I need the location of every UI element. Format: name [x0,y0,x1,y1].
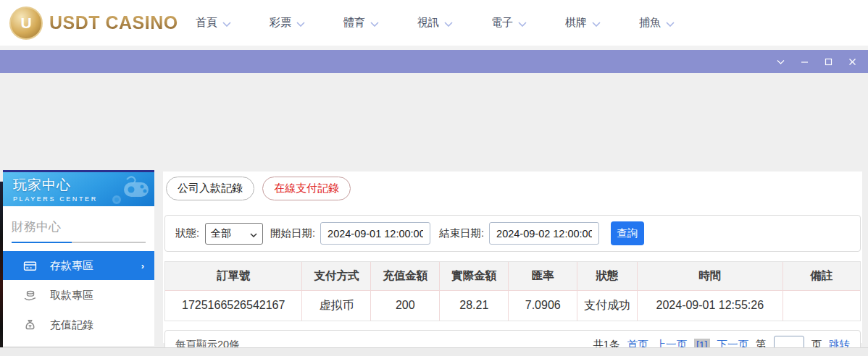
nav-item-lottery[interactable]: 彩票 [270,16,305,30]
nav-item-home[interactable]: 首頁 [196,16,231,30]
collapse-chevron-icon[interactable] [775,56,786,67]
nav-label: 棋牌 [565,16,587,30]
col-order-number: 訂單號 [165,262,302,290]
money-bag-icon [23,318,37,332]
sidebar-item-recharge-records[interactable]: 充值記錄 › [3,310,154,339]
record-tabs: 公司入款記錄 在線支付記錄 [164,175,861,200]
sidebar-item-withdraw-zone[interactable]: 取款專區 › [3,281,154,310]
page-bottom-strip [0,347,868,356]
sidebar-item-label: 取款專區 [50,289,93,302]
logo-letter: U [20,14,31,32]
cell-recharge-amount: 200 [371,290,440,321]
col-payment-method: 支付方式 [302,262,371,290]
main-menu: 首頁 彩票 體育 視訊 電子 棋牌 捕魚 [196,0,675,46]
cell-exchange-rate: 7.0906 [509,290,577,321]
records-panel: 公司入款記錄 在線支付記錄 狀態: 全部 開始日期: 結束日期: 查詢 [163,171,862,343]
cell-remark [783,290,860,321]
nav-label: 體育 [343,16,365,30]
status-select-value: 全部 [211,227,231,240]
nav-label: 視訊 [417,16,439,30]
nav-label: 捕魚 [639,16,661,30]
minimize-icon[interactable] [798,56,810,67]
top-navbar: U USDT CASINO 首頁 彩票 體育 視訊 電子 棋牌 捕魚 [0,0,868,46]
nav-label: 首頁 [196,16,217,30]
filter-bar: 狀態: 全部 開始日期: 結束日期: 查詢 [164,215,861,252]
records-table: 訂單號 支付方式 充值金額 實際金額 匯率 狀態 時間 備註 172516652 [164,261,861,321]
sidebar-header: 玩家中心 PLAYERS CENTER [3,172,154,206]
sidebar-item-deposit-zone[interactable]: 存款專區 › [3,251,154,280]
table-header-row: 訂單號 支付方式 充值金額 實際金額 匯率 狀態 時間 備註 [165,262,860,290]
chevron-down-icon [296,17,305,29]
sidebar-item-label: 存款專區 [50,259,93,273]
status-label: 狀態: [175,226,199,240]
bank-card-icon [23,259,37,273]
brand-name: USDT CASINO [49,12,178,33]
col-status: 狀態 [577,262,637,290]
maximize-icon[interactable] [822,56,834,67]
tab-online-payment-records[interactable]: 在線支付記錄 [262,177,351,200]
close-icon[interactable] [846,56,858,67]
game-controller-icon [95,174,151,206]
tab-company-deposit-records[interactable]: 公司入款記錄 [166,177,254,200]
search-button[interactable]: 查詢 [611,221,644,245]
player-center-window: 玩家中心 PLAYERS CENTER 財務中心 [0,50,868,347]
end-date-input[interactable] [489,222,599,245]
nav-item-sports[interactable]: 體育 [343,16,379,30]
window-titlebar [0,50,868,73]
nav-label: 彩票 [270,16,291,30]
status-select[interactable]: 全部 [205,223,263,245]
nav-item-cards[interactable]: 棋牌 [565,16,601,30]
table-row: 1725166526542167 虚拟币 200 28.21 7.0906 支付… [165,290,860,321]
start-date-label: 開始日期: [270,226,315,240]
casino-logo-icon: U [9,7,43,40]
sidebar-item-label: 充值記錄 [50,318,93,332]
chevron-down-icon [250,228,257,240]
chevron-down-icon [370,17,379,29]
brand[interactable]: U USDT CASINO [9,7,178,40]
section-underline [12,242,146,243]
chevron-down-icon [666,17,675,29]
cell-status: 支付成功 [577,290,637,321]
start-date-input[interactable] [320,222,430,245]
sidebar-menu: 存款專區 › 取款專區 › [3,251,154,356]
chevron-right-icon: › [141,260,144,271]
nav-item-video[interactable]: 視訊 [417,16,453,30]
cell-payment-method: 虚拟币 [302,290,371,321]
chevron-down-icon [222,17,231,29]
col-recharge-amount: 充值金額 [371,262,440,290]
players-center-sidebar: 玩家中心 PLAYERS CENTER 財務中心 [3,170,154,346]
chevron-down-icon [592,17,601,29]
col-time: 時間 [637,262,783,290]
nav-item-slots[interactable]: 電子 [491,16,527,30]
cell-time: 2024-09-01 12:55:26 [637,290,783,321]
chevron-down-icon [444,17,453,29]
cell-order-number: 1725166526542167 [165,290,302,321]
col-exchange-rate: 匯率 [509,262,577,290]
window-body: 玩家中心 PLAYERS CENTER 財務中心 [0,73,868,347]
cell-actual-amount: 28.21 [440,290,509,321]
col-remark: 備註 [783,262,860,290]
finance-center-heading: 財務中心 [12,219,146,242]
end-date-label: 結束日期: [439,226,484,240]
chevron-down-icon [518,17,527,29]
nav-label: 電子 [491,16,513,30]
col-actual-amount: 實際金額 [440,262,509,290]
nav-item-fishing[interactable]: 捕魚 [639,16,675,30]
hand-money-icon [23,289,37,302]
